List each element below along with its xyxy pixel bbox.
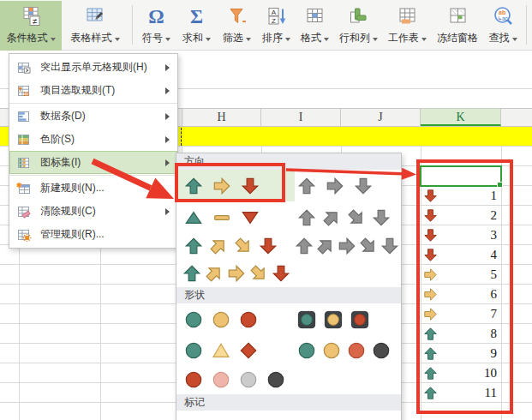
cell-k-3[interactable]: 3: [421, 225, 501, 245]
toolbar-separator: [132, 5, 133, 45]
icon-set-3-traffic-lights[interactable]: [178, 305, 295, 334]
icon-set-5-arrows-gray[interactable]: [291, 232, 399, 260]
svg-text:A: A: [271, 9, 276, 16]
rows-columns-button[interactable]: 行和列: [334, 1, 383, 51]
filter-button[interactable]: ₌ 筛选: [217, 1, 257, 51]
circle-red-icon: [347, 341, 366, 360]
conditional-format-label: 条件格式: [7, 31, 48, 45]
menu-item-manage-rules[interactable]: 管理规则(R)...: [9, 223, 177, 246]
arrow-right-gray-icon: [326, 177, 344, 195]
filter-funnel-icon: ₌: [226, 3, 248, 29]
format-button[interactable]: 格式: [296, 1, 334, 51]
cell-k-2[interactable]: 2: [421, 206, 501, 225]
icon-set-3-triangles[interactable]: [178, 205, 295, 231]
menu-item-clear-rules[interactable]: 清除规则(C): [9, 200, 177, 223]
menu-item-icon-sets[interactable]: 图标集(I): [9, 151, 177, 174]
conditional-format-button[interactable]: ≠ 条件格式: [0, 1, 62, 51]
arrow-down-red-icon: [423, 208, 438, 223]
menu-item-label: 清除规则(C): [40, 204, 165, 219]
rows-columns-icon: [348, 3, 369, 29]
table-style-button[interactable]: 表格样式: [62, 1, 129, 51]
icon-set-4-arrows-colored[interactable]: [178, 232, 295, 260]
sum-button[interactable]: Σ 求和: [176, 1, 217, 51]
icon-set-5-arrows-colored[interactable]: [178, 260, 293, 287]
freeze-panes-button[interactable]: 冻结窗格: [432, 1, 483, 51]
cell-k-11[interactable]: 11: [421, 383, 501, 403]
cell-k-6[interactable]: 6: [421, 285, 501, 304]
table-style-label: 表格样式: [71, 31, 112, 45]
arrow-up-green-icon: [182, 264, 201, 283]
cell-k-9[interactable]: 9: [421, 344, 501, 363]
chevron-down-icon: [51, 38, 56, 41]
svg-text:≠: ≠: [33, 15, 37, 25]
chevron-down-icon: [512, 38, 517, 41]
cell-k-4[interactable]: 4: [421, 245, 501, 265]
color-scales-icon: [16, 133, 32, 147]
arrow-down-gray-icon: [372, 208, 391, 227]
arrow-right-yellow-icon: [423, 307, 438, 321]
menu-item-label: 色阶(S): [40, 132, 165, 147]
menu-item-data-bars[interactable]: 数据条(D): [9, 105, 177, 128]
find-button[interactable]: ab↳ac 查找: [483, 1, 523, 51]
arrow-up-gray-icon: [297, 208, 316, 227]
column-header-h[interactable]: H: [182, 109, 261, 126]
triangle-yellow-icon: [212, 341, 230, 360]
submenu-arrow-icon: [165, 87, 170, 94]
sort-label: 排序: [262, 31, 283, 45]
worksheet-button[interactable]: 工作表: [383, 1, 432, 51]
arrow-upright-yellow-icon: [200, 260, 227, 286]
ribbon-toolbar: ≠ 条件格式 表格样式 Ω 符号 Σ 求和 ₌ 筛选 AZ: [0, 0, 532, 51]
cell-k-7[interactable]: 7: [421, 304, 501, 324]
selection-marquee-line: [181, 128, 182, 146]
selected-cell[interactable]: [420, 165, 502, 187]
column-header-k[interactable]: K: [421, 109, 501, 126]
format-label: 格式: [301, 31, 321, 45]
arrow-down-gray-icon: [380, 237, 399, 255]
circle-black-icon: [266, 370, 285, 389]
arrow-down-red-icon: [423, 248, 438, 262]
data-bars-icon: [16, 110, 32, 123]
menu-item-color-scales[interactable]: 色阶(S): [9, 128, 177, 151]
traffic-light-yellow-icon: [324, 310, 343, 329]
icon-sets-submenu: 方向: [176, 153, 402, 420]
toolbar-separator: [526, 5, 527, 45]
icon-set-red-to-black[interactable]: [178, 365, 295, 394]
icon-set-3-traffic-lights-rimmed[interactable]: [291, 305, 369, 334]
cell-k-10[interactable]: 10: [421, 363, 501, 383]
spreadsheet-app-window: H I J K 1 2 3 4 5 6 7 8 9 10 11 ≠ 条件格式 表…: [0, 0, 532, 420]
arrow-downright-yellow-icon: [245, 260, 272, 286]
sort-button[interactable]: AZ 排序: [257, 1, 296, 51]
chevron-down-icon: [165, 38, 170, 41]
omega-symbol-icon: Ω: [148, 3, 164, 29]
menu-item-highlight-cells-rules[interactable]: 突出显示单元格规则(H): [9, 56, 177, 79]
worksheet-label: 工作表: [388, 31, 419, 45]
symbol-button[interactable]: Ω 符号: [136, 1, 176, 51]
icon-set-3-arrows-gray[interactable]: [291, 170, 373, 201]
arrow-down-red-icon: [423, 189, 438, 203]
circle-gray-icon: [239, 370, 258, 389]
menu-item-top-bottom-rules[interactable]: 10 项目选取规则(T): [9, 79, 177, 102]
icon-set-3-arrows-colored[interactable]: [178, 170, 295, 201]
menu-item-label: 图标集(I): [40, 155, 165, 170]
column-header-i[interactable]: I: [261, 109, 341, 126]
column-header-j[interactable]: J: [341, 109, 421, 126]
sigma-sum-icon: Σ: [190, 3, 203, 29]
worksheet-icon: [397, 3, 418, 29]
arrow-down-gray-icon: [354, 177, 373, 195]
arrow-downright-yellow-icon: [230, 232, 256, 259]
rows-columns-label: 行和列: [339, 31, 370, 45]
svg-text:10: 10: [23, 91, 30, 97]
cell-k-5[interactable]: 5: [421, 265, 501, 285]
conditional-format-menu: 突出显示单元格规则(H) 10 项目选取规则(T) 数据条(D) 色阶(S) 图…: [9, 53, 178, 249]
menu-item-label: 项目选取规则(T): [40, 83, 165, 98]
dash-yellow-icon: [212, 208, 231, 227]
icon-set-3-signs[interactable]: [178, 336, 295, 365]
chevron-down-icon: [285, 38, 290, 41]
icon-set-4-traffic-lights[interactable]: [291, 336, 391, 365]
traffic-light-red-icon: [350, 310, 369, 329]
cell-k-1[interactable]: 1: [421, 186, 501, 206]
svg-text:₌: ₌: [242, 17, 246, 25]
cell-k-8[interactable]: 8: [421, 324, 501, 344]
icon-set-4-arrows-gray[interactable]: [291, 205, 391, 231]
menu-item-new-rule[interactable]: ✱ 新建规则(N)...: [9, 177, 177, 200]
